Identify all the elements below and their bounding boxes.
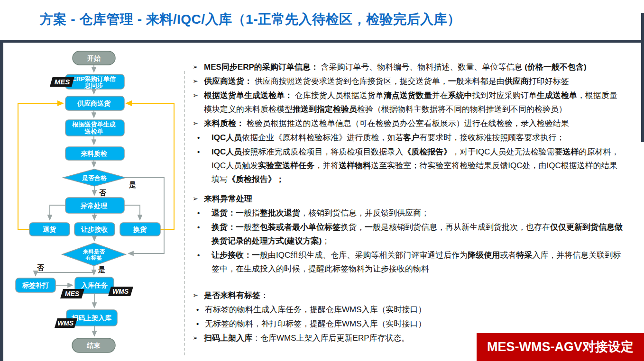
note-text: 供应商送货： 供应商按照送货要求送货到仓库接货区，提交送货单，一般来料都是由供应… bbox=[204, 77, 569, 86]
note-text: 让步接收：一般由IQC组织生成、仓库、采购等相关部门评审通过后作为降级使用或者特… bbox=[212, 251, 621, 273]
status-badge: MES-WMS-AGV对接设定 bbox=[477, 333, 644, 361]
edge-exception-return bbox=[50, 205, 65, 220]
edge-label-yes-2: 是 bbox=[98, 265, 105, 273]
decision-pass-label: 是否合格 bbox=[82, 174, 107, 181]
node-gen-inspection-label2: 送检单 bbox=[84, 128, 103, 135]
wms-tag-label-2: WMS bbox=[57, 319, 74, 327]
node-reprint-label-text: 标签补打 bbox=[22, 281, 49, 289]
page-title: 方案 - 仓库管理 - 来料/IQC/入库（1-正常先入待检区，检验完后入库） bbox=[40, 10, 461, 28]
flowchart: 开始 ERP采购订单信 息同步 MES 供应商送货 根据送货单生成 送检单 来料… bbox=[0, 39, 190, 361]
arrow-bullet-icon: ➢ bbox=[193, 74, 198, 88]
node-erp-sync-label2: 息同步 bbox=[84, 82, 103, 89]
node-incoming-qc-label: 来料质检 bbox=[80, 150, 108, 157]
node-end-label: 结束 bbox=[86, 342, 101, 349]
node-return-label: 退货 bbox=[43, 226, 56, 233]
note-text: MES同步ERP的采购订单信息： 含采购订单号、物料编号、物料描述、数量、单位等… bbox=[204, 63, 587, 72]
node-gen-inspection-label: 根据送货单生成 bbox=[72, 121, 116, 128]
note-item: •退货：一般指整批次退货，核销到货信息，并反馈到供应商； bbox=[192, 206, 625, 220]
note-text: 来料质检： 检验员根据推送的送检单信息（可在检验员办公室看板展示）进行在线检验，… bbox=[204, 119, 569, 128]
note-item: •IQC人员依据企业《原材料检验标准》进行质检，如若客户有要求时，接收标准按照顾… bbox=[192, 131, 625, 144]
mes-tag-label: MES bbox=[55, 78, 70, 86]
note-item: •换货：一般整包装或者最小单位标签换货，一般是核销到货信息，再从新生成到货批次，… bbox=[192, 220, 625, 248]
note-text: IQC人员依据企业《原材料检验标准》进行质检，如若客户有要求时，接收标准按照顾客… bbox=[212, 133, 564, 142]
note-text: 换货：一般整包装或者最小单位标签换货，一般是核销到货信息，再从新生成到货批次，也… bbox=[212, 223, 623, 245]
note-item: ➢来料质检： 检验员根据推送的送检单信息（可在检验员办公室看板展示）进行在线检验… bbox=[192, 117, 625, 130]
node-scan-shelve-label: 扫码上架入库 bbox=[71, 314, 111, 322]
dot-bullet-icon: • bbox=[197, 206, 200, 220]
note-text: 是否来料有标签： bbox=[204, 291, 268, 300]
arrow-bullet-icon: ➢ bbox=[193, 89, 198, 102]
dot-bullet-icon: • bbox=[197, 145, 200, 159]
edge-exception-exchange bbox=[124, 205, 140, 220]
note-item: ➢是否来料有标签： bbox=[192, 289, 625, 302]
notes-panel: ➢MES同步ERP的采购订单信息： 含采购订单号、物料编号、物料描述、数量、单位… bbox=[192, 60, 625, 345]
loop-return-to-supplier bbox=[18, 103, 63, 229]
edge-pass-yes bbox=[126, 178, 164, 253]
node-supplier-delivery-label: 供应商送货 bbox=[77, 99, 111, 107]
wms-tag-label: WMS bbox=[112, 288, 129, 295]
note-item: •无标签的物料，补打印标签，提醒仓库WMS入库（实时接口） bbox=[192, 317, 625, 331]
mes-tag-label-2: MES bbox=[65, 290, 80, 298]
dot-bullet-icon: • bbox=[197, 220, 200, 234]
decision-has-label bbox=[62, 243, 126, 266]
dot-bullet-icon: • bbox=[196, 303, 199, 316]
edge-label-no-2: 否 bbox=[37, 263, 45, 271]
node-exception-label: 异常处理 bbox=[80, 202, 108, 209]
slide: 方案 - 仓库管理 - 来料/IQC/入库（1-正常先入待检区，检验完后入库） bbox=[0, 0, 644, 361]
note-text: 来料异常处理 bbox=[204, 194, 252, 203]
node-exchange-label: 换货 bbox=[133, 226, 147, 233]
note-item: •IQC人员按照标准完成质检项目，将质检项目数据录入《质检报告》，对于IQC人员… bbox=[192, 145, 625, 186]
note-item: ➢根据送货单生成送检单： 仓库接货人员根据送货单清点送货数量并在系统中找到对应采… bbox=[192, 89, 625, 116]
edge-label-no: 否 bbox=[99, 189, 107, 197]
loop-exchange-to-supplier bbox=[126, 103, 174, 229]
note-text: 根据送货单生成送检单： 仓库接货人员根据送货单清点送货数量并在系统中找到对应采购… bbox=[204, 91, 617, 114]
arrow-bullet-icon: ➢ bbox=[193, 331, 198, 345]
arrow-bullet-icon: ➢ bbox=[193, 117, 198, 130]
node-erp-sync-label: ERP采购订单信 bbox=[72, 75, 116, 82]
note-item: •有标签的物料生成入库任务，提醒仓库WMS入库（实时接口） bbox=[192, 303, 625, 316]
node-start-label: 开始 bbox=[87, 54, 101, 62]
edge-label-yes: 是 bbox=[129, 180, 136, 189]
arrow-bullet-icon: ➢ bbox=[193, 192, 198, 206]
arrow-bullet-icon: ➢ bbox=[193, 289, 198, 302]
note-text: IQC人员按照标准完成质检项目，将质检项目数据录入《质检报告》，对于IQC人员处… bbox=[212, 147, 619, 184]
decision-has-label-line2: 有标签 bbox=[85, 255, 102, 261]
right-edge-bar bbox=[641, 13, 644, 142]
note-item: ➢来料异常处理 bbox=[192, 192, 625, 206]
note-text: 扫码上架入库：仓库WMS上架入库后更新ERP库存状态。 bbox=[204, 334, 410, 343]
note-text: 退货：一般指整批次退货，核销到货信息，并反馈到供应商； bbox=[212, 208, 429, 217]
note-item: ➢MES同步ERP的采购订单信息： 含采购订单号、物料编号、物料描述、数量、单位… bbox=[192, 60, 625, 74]
dot-bullet-icon: • bbox=[197, 248, 200, 262]
note-text: 有标签的物料生成入库任务，提醒仓库WMS入库（实时接口） bbox=[205, 305, 426, 314]
note-text: 无标签的物料，补打印标签，提醒仓库WMS入库（实时接口） bbox=[205, 319, 426, 328]
decision-has-label-line1: 来料是否 bbox=[83, 249, 105, 254]
note-item: •让步接收：一般由IQC组织生成、仓库、采购等相关部门评审通过后作为降级使用或者… bbox=[192, 248, 625, 276]
dot-bullet-icon: • bbox=[197, 131, 200, 144]
node-concession-label: 让步接收 bbox=[81, 226, 108, 233]
note-item: ➢供应商送货： 供应商按照送货要求送货到仓库接货区，提交送货单，一般来料都是由供… bbox=[192, 74, 625, 88]
node-inbound-task-label: 入库任务 bbox=[81, 281, 108, 289]
dot-bullet-icon: • bbox=[196, 317, 199, 331]
edge-haslabel-reprint bbox=[36, 272, 94, 276]
arrow-bullet-icon: ➢ bbox=[193, 60, 198, 74]
